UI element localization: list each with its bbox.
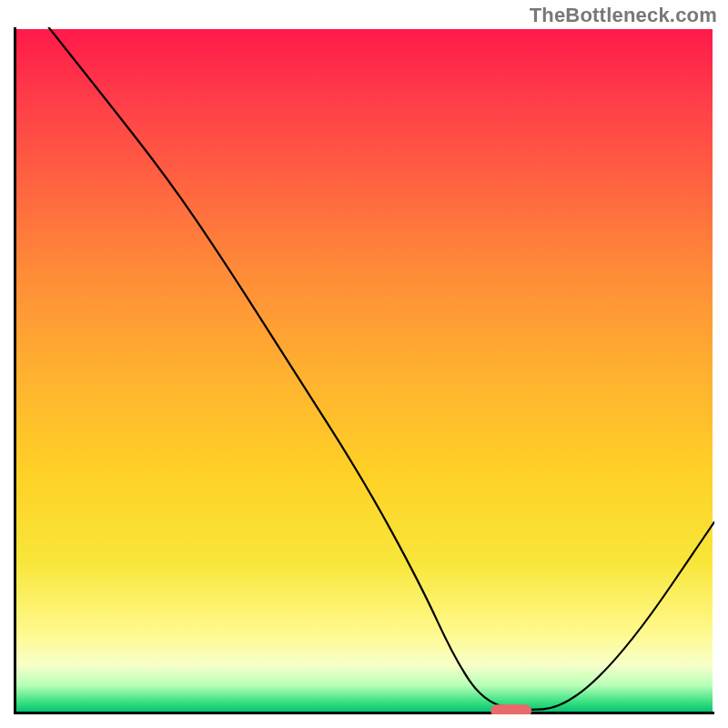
plot-area [14,27,714,714]
gradient-background [15,29,713,713]
bottleneck-chart: TheBottleneck.com [0,0,728,728]
watermark-text: TheBottleneck.com [530,4,717,27]
